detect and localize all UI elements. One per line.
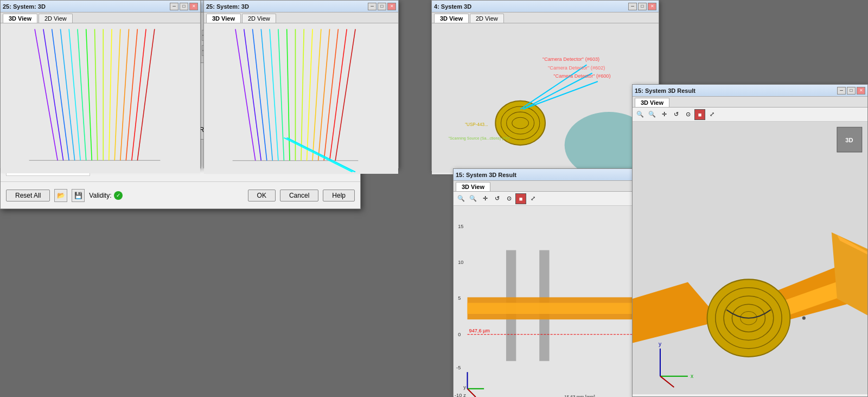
win5-toolbar: 🔍 🔍 ✛ ↺ ⊙ ■ ⤢ <box>633 108 867 122</box>
svg-text:"Scanning Source (Sa...ctions): "Scanning Source (Sa...ctions) (#4)" <box>449 136 510 141</box>
window-25-system-3d-left: 25: System: 3D ─ □ ✕ 3D View 2D View <box>0 0 201 168</box>
win3-minimize[interactable]: ─ <box>628 3 637 10</box>
win5-expand-icon[interactable]: ⤢ <box>706 109 717 120</box>
help-button[interactable]: Help <box>323 190 355 201</box>
pan-icon[interactable]: ✛ <box>480 193 490 204</box>
win1-minimize[interactable]: ─ <box>170 3 178 10</box>
win5-zoom-in-icon[interactable]: 🔍 <box>635 109 646 120</box>
svg-text:x: x <box>691 373 693 379</box>
win5-canvas: x y 3D <box>633 122 867 394</box>
dialog-footer: Reset All 📂 💾 Validity: ✓ OK Cancel Help <box>1 181 360 209</box>
svg-text:y: y <box>463 385 466 390</box>
expand-icon[interactable]: ⤢ <box>527 193 538 204</box>
svg-text:"Camera Detector" (#603): "Camera Detector" (#603) <box>542 56 599 62</box>
win2-controls: ─ □ ✕ <box>368 3 396 10</box>
validity-label: Validity: <box>89 192 111 199</box>
win3-tab-2dview[interactable]: 2D View <box>470 14 504 23</box>
window-4-system-3d: 4: System 3D ─ □ ✕ 3D View 2D View "Came… <box>431 0 659 171</box>
svg-text:10: 10 <box>458 260 463 265</box>
win3-title: 4: System 3D <box>434 3 628 10</box>
win5-tab-3dview[interactable]: 3D View <box>635 98 669 107</box>
title-bar-win1: 25: System: 3D ─ □ ✕ <box>1 1 200 12</box>
win5-reset-icon[interactable]: ↺ <box>671 109 681 120</box>
window-25-system-3d-middle: 25: System: 3D ─ □ ✕ 3D View 2D View <box>203 0 399 168</box>
win5-maximize[interactable]: □ <box>847 87 856 94</box>
svg-text:15,63 mm [mm]: 15,63 mm [mm] <box>564 395 595 397</box>
win1-controls: ─ □ ✕ <box>170 3 198 10</box>
win1-tab-3dview[interactable]: 3D View <box>3 14 37 23</box>
win2-close[interactable]: ✕ <box>387 3 396 10</box>
win1-canvas <box>1 23 200 173</box>
reset-all-button[interactable]: Reset All <box>6 190 50 201</box>
win2-minimize[interactable]: ─ <box>368 3 376 10</box>
win5-minimize[interactable]: ─ <box>837 87 846 94</box>
svg-text:"Camera Detector" (#602): "Camera Detector" (#602) <box>548 65 605 71</box>
win2-title: 25: System: 3D <box>206 3 368 10</box>
win3-close[interactable]: ✕ <box>648 3 656 10</box>
win1-title: 25: System: 3D <box>3 3 170 10</box>
svg-text:-10: -10 <box>455 393 462 397</box>
win1-maximize[interactable]: □ <box>180 3 188 10</box>
win5-camera-icon[interactable]: ⊙ <box>682 109 693 120</box>
win3-maximize[interactable]: □ <box>638 3 647 10</box>
win5-zoom-out-icon[interactable]: 🔍 <box>647 109 658 120</box>
win4-tab-3dview[interactable]: 3D View <box>456 182 490 191</box>
svg-text:15: 15 <box>458 224 463 229</box>
title-bar-win2: 25: System: 3D ─ □ ✕ <box>204 1 398 12</box>
win1-tabbar: 3D View 2D View <box>1 12 200 23</box>
svg-text:5: 5 <box>458 295 461 301</box>
svg-text:947,6 µm: 947,6 µm <box>469 328 490 333</box>
svg-rect-0 <box>1 23 200 172</box>
svg-text:0: 0 <box>458 332 461 337</box>
win3-controls: ─ □ ✕ <box>628 3 656 10</box>
win4-title: 15: System 3D Result <box>456 172 639 178</box>
svg-rect-65 <box>468 303 656 314</box>
save-icon-button[interactable]: 💾 <box>72 189 85 202</box>
win3-tab-3dview[interactable]: 3D View <box>434 14 469 23</box>
reset-view-icon[interactable]: ↺ <box>492 193 502 204</box>
win3-canvas: "Camera Detector" (#603) "Camera Detecto… <box>432 23 659 174</box>
win5-title: 15: System 3D Result <box>635 87 837 94</box>
svg-text:z: z <box>463 393 466 397</box>
open-icon-button[interactable]: 📂 <box>54 189 67 202</box>
validity-icon: ✓ <box>114 191 123 200</box>
win2-canvas <box>204 23 398 174</box>
win1-tab-2dview[interactable]: 2D View <box>39 14 73 23</box>
validity-area: Validity: ✓ <box>89 191 122 200</box>
title-bar-win5: 15: System 3D Result ─ □ ✕ <box>633 85 867 97</box>
svg-text:-5: -5 <box>456 365 461 370</box>
cancel-button[interactable]: Cancel <box>280 190 318 201</box>
camera-icon[interactable]: ⊙ <box>503 193 514 204</box>
zoom-in-icon[interactable]: 🔍 <box>456 193 467 204</box>
window-15-system-3d-result-right: 15: System 3D Result ─ □ ✕ 3D View 🔍 🔍 ✛… <box>632 84 868 397</box>
red-mode-icon[interactable]: ■ <box>515 193 526 204</box>
win3-tabbar: 3D View 2D View <box>432 12 659 23</box>
win2-tab-3dview[interactable]: 3D View <box>206 14 241 23</box>
win5-tabbar: 3D View <box>633 97 867 108</box>
svg-point-92 <box>802 317 806 320</box>
win5-controls: ─ □ ✕ <box>837 87 865 94</box>
svg-text:"USP-443...: "USP-443... <box>465 122 488 127</box>
win5-red-mode-icon[interactable]: ■ <box>694 109 705 120</box>
win5-close[interactable]: ✕ <box>857 87 865 94</box>
win2-maximize[interactable]: □ <box>378 3 386 10</box>
svg-text:"Camera Detector" (#600): "Camera Detector" (#600) <box>553 73 610 79</box>
win2-tabbar: 3D View 2D View <box>204 12 398 23</box>
zoom-out-icon[interactable]: 🔍 <box>468 193 478 204</box>
ok-button[interactable]: OK <box>248 190 276 201</box>
svg-text:3D: 3D <box>845 137 853 143</box>
title-bar-win3: 4: System 3D ─ □ ✕ <box>432 1 659 12</box>
win1-close[interactable]: ✕ <box>189 3 198 10</box>
win2-tab-2dview[interactable]: 2D View <box>242 14 276 23</box>
win5-pan-icon[interactable]: ✛ <box>659 109 669 120</box>
